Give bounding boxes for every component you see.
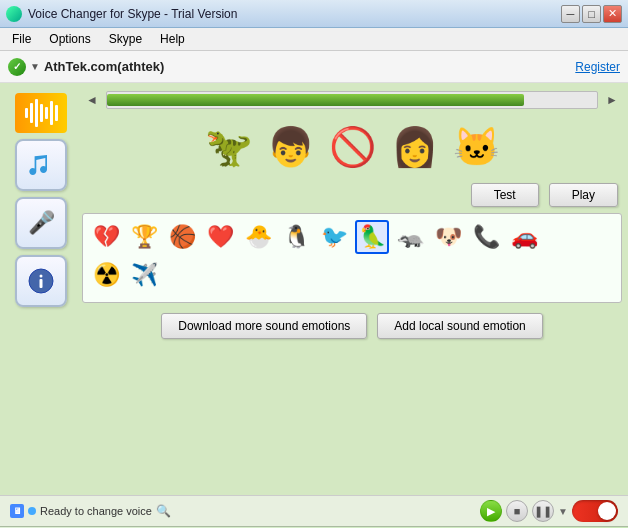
menu-options[interactable]: Options [41,30,98,48]
menu-skype[interactable]: Skype [101,30,150,48]
dragon-avatar: 🦖 [202,121,254,173]
header-arrow: ▼ [30,61,40,72]
emotion-chick[interactable]: 🐣 [241,220,275,254]
status-dot [28,507,36,515]
status-text: Ready to change voice [40,505,152,517]
emotion-radiation[interactable]: ☢️ [89,258,123,292]
pause-control-button[interactable]: ❚❚ [532,500,554,522]
close-button[interactable]: ✕ [603,5,622,23]
wave-bar-2 [30,103,33,123]
emotion-ball[interactable]: 🏀 [165,220,199,254]
dropdown-arrow-icon[interactable]: ▼ [558,506,568,517]
action-buttons: Test Play [82,183,622,207]
window-controls: ─ □ ✕ [561,5,622,23]
audio-wave-icon [15,93,67,133]
slider-right-arrow[interactable]: ► [602,91,622,109]
menu-help[interactable]: Help [152,30,193,48]
register-link[interactable]: Register [575,60,620,74]
minimize-button[interactable]: ─ [561,5,580,23]
emotion-heart[interactable]: ❤️ [203,220,237,254]
girl-avatar: 👩 [388,121,440,173]
menu-file[interactable]: File [4,30,39,48]
info-icon [28,268,54,294]
slider-fill [107,94,524,106]
app-icon [6,6,22,22]
app-logo: ✓ [8,58,26,76]
playback-controls: ▶ ■ ❚❚ ▼ [480,500,618,522]
play-button[interactable]: Play [549,183,618,207]
mic-effects-button[interactable]: 🎤 [15,197,67,249]
voice-preview-cat[interactable]: 🐱 [450,121,502,173]
menu-bar: File Options Skype Help [0,28,628,51]
person-avatar: 👦 [264,121,316,173]
emotion-broken-heart[interactable]: 💔 [89,220,123,254]
header-bar: ✓ ▼ AthTek.com(athtek) Register [0,51,628,83]
test-button[interactable]: Test [471,183,539,207]
status-left: 🖥 Ready to change voice 🔍 [10,504,171,518]
emotions-panel: 💔 🏆 🏀 ❤️ 🐣 🐧 🐦 🦜 🦡 🐶 📞 🚗 ☢️ ✈️ [82,213,622,303]
emotion-car[interactable]: 🚗 [507,220,541,254]
wave-bar-7 [55,105,58,121]
status-icon: 🖥 [10,504,24,518]
cat-avatar: 🐱 [450,121,502,173]
voice-toggle[interactable] [572,500,618,522]
wave-bar-4 [40,104,43,122]
toggle-knob [598,502,616,520]
emotion-parrot[interactable]: 🦜 [355,220,389,254]
wave-bars [25,99,58,127]
emotion-plane[interactable]: ✈️ [127,258,161,292]
slider-row: ◄ ► [82,89,622,111]
wave-bar-6 [50,101,53,125]
main-content: 🎤 ◄ ► 🦖 👦 [0,83,628,495]
username-label: AthTek.com(athtek) [44,59,575,74]
emotions-row-2: ☢️ ✈️ [89,258,615,292]
emotion-phone[interactable]: 📞 [469,220,503,254]
voice-preview-girl[interactable]: 👩 [388,121,440,173]
mic-icon: 🎤 [28,210,55,236]
voice-preview-block[interactable]: 🚫 [326,121,378,173]
emotion-dog[interactable]: 🐶 [431,220,465,254]
svg-rect-2 [40,279,43,288]
block-avatar: 🚫 [326,121,378,173]
music-note-icon [27,151,55,179]
voice-preview-dragon[interactable]: 🦖 [202,121,254,173]
voice-previews: 🦖 👦 🚫 👩 🐱 [82,117,622,177]
bottom-buttons: Download more sound emotions Add local s… [82,309,622,343]
emotion-badger[interactable]: 🦡 [393,220,427,254]
window-title: Voice Changer for Skype - Trial Version [28,7,561,21]
left-sidebar: 🎤 [6,89,76,489]
wave-bar-5 [45,107,48,119]
add-emotion-button[interactable]: Add local sound emotion [377,313,542,339]
info-button[interactable] [15,255,67,307]
emotion-penguin[interactable]: 🐧 [279,220,313,254]
play-control-button[interactable]: ▶ [480,500,502,522]
center-panel: ◄ ► 🦖 👦 🚫 👩 🐱 Test [82,89,622,489]
wave-bar-1 [25,108,28,118]
wave-bar-3 [35,99,38,127]
voice-changer-button[interactable] [15,139,67,191]
emotions-row-1: 💔 🏆 🏀 ❤️ 🐣 🐧 🐦 🦜 🦡 🐶 📞 🚗 [89,220,615,254]
footer-controls: 🖥 Ready to change voice 🔍 ▶ ■ ❚❚ ▼ [0,495,628,526]
emotion-bird-blue[interactable]: 🐦 [317,220,351,254]
emotion-trophy[interactable]: 🏆 [127,220,161,254]
download-emotions-button[interactable]: Download more sound emotions [161,313,367,339]
pitch-slider[interactable] [106,91,598,109]
voice-preview-person[interactable]: 👦 [264,121,316,173]
magnifier-icon: 🔍 [156,504,171,518]
svg-point-1 [40,275,43,278]
stop-control-button[interactable]: ■ [506,500,528,522]
maximize-button[interactable]: □ [582,5,601,23]
slider-left-arrow[interactable]: ◄ [82,91,102,109]
title-bar: Voice Changer for Skype - Trial Version … [0,0,628,28]
